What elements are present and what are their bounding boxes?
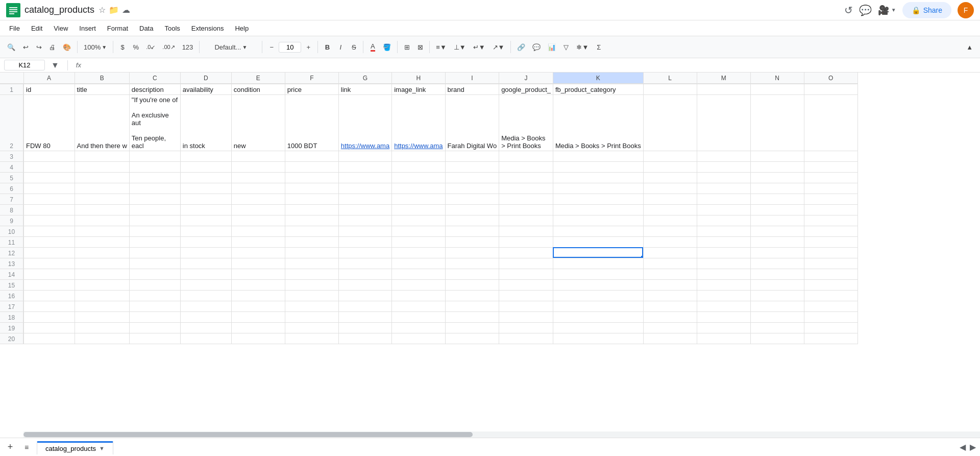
col-header-K[interactable]: K [553,73,643,84]
text-color-button[interactable]: A [366,39,379,55]
cell-F2[interactable]: 1000 BDT [285,94,338,151]
col-header-B[interactable]: B [75,73,129,84]
menu-tools[interactable]: Tools [159,22,185,34]
cell-H1[interactable]: image_link [392,84,445,94]
fill-handle[interactable] [641,256,644,258]
col-header-F[interactable]: F [285,73,338,84]
cell-G2[interactable]: https://www.ama [338,94,391,151]
cell-D2[interactable]: in stock [180,94,231,151]
font-size-input[interactable]: 10 [279,42,301,53]
redo-button[interactable]: ↪ [33,39,45,55]
font-size-increase-button[interactable]: + [302,39,314,55]
paint-format-button[interactable]: 🎨 [60,39,74,55]
print-button[interactable]: 🖨 [46,39,59,55]
menu-edit[interactable]: Edit [26,22,47,34]
merge-button[interactable]: ⊠ [414,39,426,55]
sheets-menu-button[interactable]: ≡ [20,441,33,453]
link-button[interactable]: 🔗 [514,39,528,55]
cell-D1[interactable]: availability [180,84,231,94]
menu-data[interactable]: Data [134,22,158,34]
cell-I1[interactable]: brand [445,84,499,94]
fill-color-button[interactable]: 🪣 [380,39,394,55]
cell-K2[interactable]: Media > Books > Print Books [553,94,643,151]
cell-B2[interactable]: And then there w [75,94,129,151]
document-title[interactable]: catalog_products [24,5,94,15]
wrap-button[interactable]: ↵▼ [470,39,488,55]
cell-A1[interactable]: id [23,84,75,94]
add-sheet-button[interactable]: + [4,441,16,453]
col-header-J[interactable]: J [499,73,553,84]
cell-A2[interactable]: FDW 80 [23,94,75,151]
cloud-icon[interactable]: ☁ [122,5,130,15]
undo-button[interactable]: ↩ [19,39,32,55]
format-123-button[interactable]: 123 [179,39,197,55]
cell-N1[interactable] [750,84,804,94]
share-button[interactable]: 🔒 Share [902,2,951,18]
scroll-left-button[interactable]: ◀ [960,442,966,452]
decrease-decimal-button[interactable]: .0↙ [143,39,158,55]
cell-A3[interactable] [23,151,75,161]
font-name-dropdown[interactable]: Default... ▼ [203,39,259,55]
cell-H2-link[interactable]: https://www.ama [394,142,443,150]
cell-reference-input[interactable]: K12 [4,60,45,70]
cell-L2[interactable] [643,94,697,151]
col-header-H[interactable]: H [392,73,445,84]
col-header-O[interactable]: O [804,73,857,84]
halign-button[interactable]: ≡▼ [433,39,449,55]
sheet-tab-dropdown-icon[interactable]: ▼ [99,445,105,451]
col-header-N[interactable]: N [750,73,804,84]
sum-button[interactable]: Σ [593,39,605,55]
cell-H2[interactable]: https://www.ama [392,94,445,151]
comment-button[interactable]: 💬 [529,39,544,55]
cell-K12[interactable] [553,247,643,258]
scrollbar-thumb[interactable] [23,432,473,437]
menu-insert[interactable]: Insert [74,22,101,34]
scroll-right-button[interactable]: ▶ [970,442,976,452]
cell-J1[interactable]: google_product_ [499,84,553,94]
italic-button[interactable]: I [334,39,347,55]
col-header-L[interactable]: L [643,73,697,84]
cell-B1[interactable]: title [75,84,129,94]
freeze-button[interactable]: ❄▼ [573,39,592,55]
menu-help[interactable]: Help [230,22,254,34]
zoom-dropdown[interactable]: 100% ▼ [81,39,110,55]
formula-input[interactable] [87,61,976,69]
cell-M1[interactable] [697,84,750,94]
cell-E1[interactable]: condition [231,84,285,94]
col-header-M[interactable]: M [697,73,750,84]
cell-G2-link[interactable]: https://www.ama [341,142,389,150]
strikethrough-button[interactable]: S [348,39,360,55]
cell-I2[interactable]: Farah Digital Wo [445,94,499,151]
bold-button[interactable]: B [321,39,333,55]
sheet-tab[interactable]: catalog_products ▼ [37,441,113,454]
search-button[interactable]: 🔍 [4,39,18,55]
chart-button[interactable]: 📊 [545,39,559,55]
cell-J2[interactable]: Media > Books > Print Books [499,94,553,151]
font-size-decrease-button[interactable]: − [265,39,278,55]
col-header-D[interactable]: D [180,73,231,84]
folder-icon[interactable]: 📁 [109,5,119,15]
horizontal-scrollbar[interactable] [23,431,980,438]
cell-K1[interactable]: fb_product_category [553,84,643,94]
menu-extensions[interactable]: Extensions [186,22,229,34]
rotate-button[interactable]: ↗▼ [489,39,508,55]
cell-C2[interactable]: "If you're one of An exclusive aut Ten p… [129,94,180,151]
currency-button[interactable]: $ [116,39,129,55]
chat-icon[interactable]: 💬 [859,4,872,16]
cell-E2[interactable]: new [231,94,285,151]
valign-button[interactable]: ⊥▼ [451,39,469,55]
menu-file[interactable]: File [4,22,25,34]
increase-decimal-button[interactable]: .00↗ [159,39,178,55]
cell-O1[interactable] [804,84,857,94]
formula-expand-icon[interactable]: ▼ [49,61,61,70]
history-icon[interactable]: ↺ [844,4,853,16]
toolbar-expand-button[interactable]: ▲ [963,39,976,55]
cell-L1[interactable] [643,84,697,94]
cell-N2[interactable] [750,94,804,151]
percent-button[interactable]: % [130,39,142,55]
cell-G1[interactable]: link [338,84,391,94]
filter-button[interactable]: ▽ [560,39,572,55]
menu-view[interactable]: View [48,22,73,34]
col-header-E[interactable]: E [231,73,285,84]
col-header-I[interactable]: I [445,73,499,84]
